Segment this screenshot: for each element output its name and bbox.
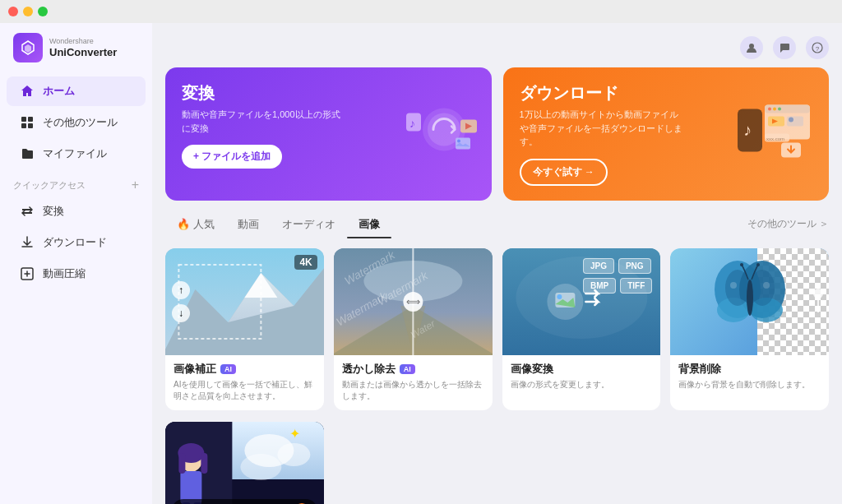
tools-grid: 4K ↑ ↓ 画像補正 AI AIを使用して画像を一括で補正し、鮮明さと品質を向…: [165, 248, 829, 410]
tools-grid-row2: ✦: [165, 422, 829, 505]
sidebar-item-other-tools[interactable]: その他のツール: [7, 108, 146, 137]
add-file-button[interactable]: + ファイルを追加: [182, 145, 282, 169]
minimize-button[interactable]: [23, 7, 33, 16]
tool-info-watermark: 透かし除去 AI 動画または画像から透かしを一括除去します。: [334, 355, 493, 410]
svg-rect-77: [201, 453, 207, 474]
top-bar: ?: [165, 36, 829, 59]
svg-rect-2: [21, 123, 26, 128]
svg-point-60: [763, 282, 770, 289]
convert-label: 変換: [43, 204, 64, 219]
grid-icon: [20, 115, 35, 130]
ai-badge-watermark: AI: [400, 364, 415, 374]
svg-text:xxx.com: xxx.com: [766, 136, 784, 141]
download-banner-graphic: ♪: [733, 96, 816, 171]
profile-icon-button[interactable]: [740, 36, 763, 59]
message-icon-button[interactable]: [773, 36, 796, 59]
svg-point-15: [457, 139, 460, 142]
format-badge-jpg: JPG: [583, 258, 614, 274]
arrow-down-icon: ↓: [172, 304, 190, 322]
sidebar: Wondershare UniConverter ホーム その他のツール: [0, 23, 152, 504]
tool-desc-watermark: 動画または画像から透かしを一括除去します。: [342, 379, 484, 402]
tab-video[interactable]: 動画: [226, 212, 271, 237]
svg-text:♪: ♪: [409, 116, 415, 129]
svg-text:♪: ♪: [743, 120, 752, 138]
tool-card-bgremove[interactable]: 背景削除 画像から背景を自動で削除します。: [670, 248, 829, 410]
banners-row: 変換 動画や音声ファイルを1,000以上の形式に変換 + ファイルを追加 ♪: [165, 67, 829, 201]
fire-icon: 🔥: [177, 218, 190, 230]
svg-point-64: [813, 289, 823, 298]
logo-area: Wondershare UniConverter: [0, 33, 152, 76]
tabs-more-link[interactable]: その他のツール ＞: [747, 217, 829, 231]
download-banner-subtitle: 1万以上の動画サイトから動画ファイルや音声ファイルを一括ダウンロードします。: [520, 108, 684, 149]
add-quick-access-button[interactable]: +: [132, 178, 139, 192]
ai-input-bar[interactable]: Enter a description word ▶: [172, 499, 317, 505]
tool-card-watermark[interactable]: Watermark Watermark Watermark Water ⟺ 透か…: [334, 248, 493, 410]
svg-text:✦: ✦: [289, 427, 300, 441]
tool-card-image-upscale[interactable]: 4K ↑ ↓ 画像補正 AI AIを使用して画像を一括で補正し、鮮明さと品質を向…: [165, 248, 324, 410]
tab-image[interactable]: 画像: [347, 212, 391, 237]
tool-desc-upscale: AIを使用して画像を一括で補正し、鮮明さと品質を向上させます。: [173, 379, 316, 402]
tool-thumb-convert: JPG PNG BMP TIFF: [502, 248, 661, 355]
svg-text:?: ?: [816, 45, 820, 53]
svg-text:⟺: ⟺: [406, 296, 420, 307]
format-badge-png: PNG: [618, 258, 651, 274]
svg-point-80: [240, 454, 281, 480]
close-button[interactable]: [8, 7, 18, 16]
sidebar-item-compress[interactable]: 動画圧縮: [7, 259, 146, 289]
quick-access-section: クイックアクセス +: [0, 169, 152, 196]
svg-point-62: [740, 263, 743, 266]
pin-icon: [812, 288, 824, 316]
maximize-button[interactable]: [38, 7, 48, 16]
tab-audio[interactable]: オーディオ: [271, 212, 347, 237]
tool-desc-convert: 画像の形式を変更します。: [511, 379, 653, 391]
tab-image-label: 画像: [359, 217, 380, 232]
app-body: Wondershare UniConverter ホーム その他のツール: [0, 23, 842, 504]
convert-icon: [20, 204, 35, 219]
titlebar: [0, 0, 842, 23]
svg-rect-3: [28, 123, 33, 128]
sidebar-item-convert[interactable]: 変換: [7, 197, 146, 226]
logo-brand: Wondershare: [49, 37, 117, 46]
tab-video-label: 動画: [238, 217, 259, 232]
svg-rect-0: [21, 117, 26, 122]
tool-thumb-thumbnail: ✦: [165, 422, 324, 505]
convert-banner: 変換 動画や音声ファイルを1,000以上の形式に変換 + ファイルを追加 ♪: [165, 67, 492, 201]
tool-thumb-watermark: Watermark Watermark Watermark Water ⟺: [334, 248, 493, 355]
compress-label: 動画圧縮: [43, 266, 86, 281]
svg-point-61: [747, 280, 753, 316]
format-badge-tiff: TIFF: [620, 278, 652, 294]
tool-card-thumbnail[interactable]: ✦: [165, 422, 324, 505]
tool-thumb-upscale: 4K ↑ ↓: [165, 248, 324, 355]
app-logo-icon: [13, 33, 43, 62]
window-controls[interactable]: [8, 7, 48, 16]
svg-rect-14: [456, 137, 470, 149]
compress-icon: [20, 266, 35, 281]
upscale-arrows: ↑ ↓: [172, 281, 190, 322]
svg-point-20: [768, 107, 771, 110]
tool-thumb-bgremove: [670, 248, 829, 355]
download-banner: ダウンロード 1万以上の動画サイトから動画ファイルや音声ファイルを一括ダウンロー…: [503, 67, 830, 201]
tool-info-bgremove: 背景削除 画像から背景を自動で削除します。: [670, 355, 829, 399]
arrow-up-icon: ↑: [172, 281, 190, 299]
tool-desc-bgremove: 画像から背景を自動で削除します。: [678, 379, 821, 391]
svg-rect-19: [765, 104, 810, 113]
tool-info-upscale: 画像補正 AI AIを使用して画像を一括で補正し、鮮明さと品質を向上させます。: [165, 355, 324, 410]
try-now-button[interactable]: 今すぐ試す →: [520, 159, 608, 186]
sidebar-item-my-files[interactable]: マイファイル: [7, 139, 146, 169]
convert-banner-graphic: ♪: [405, 96, 479, 171]
tabs-row: 🔥 人気 動画 オーディオ 画像 その他のツール ＞: [165, 212, 829, 237]
svg-point-70: [277, 443, 310, 466]
files-icon: [20, 146, 35, 161]
download-label: ダウンロード: [43, 235, 107, 250]
tool-name-convert: 画像変換: [511, 362, 653, 377]
tab-popular[interactable]: 🔥 人気: [165, 212, 226, 237]
help-icon-button[interactable]: ?: [806, 36, 829, 59]
svg-point-21: [773, 107, 776, 110]
sidebar-item-download[interactable]: ダウンロード: [7, 228, 146, 257]
ai-badge: AI: [220, 364, 236, 374]
svg-point-63: [756, 263, 760, 266]
sidebar-item-home[interactable]: ホーム: [7, 76, 146, 106]
tool-name-upscale: 画像補正 AI: [173, 362, 316, 377]
4k-label: 4K: [294, 255, 317, 270]
tool-card-convert[interactable]: JPG PNG BMP TIFF 画像変換 画像の形式を変更します。: [502, 248, 661, 410]
